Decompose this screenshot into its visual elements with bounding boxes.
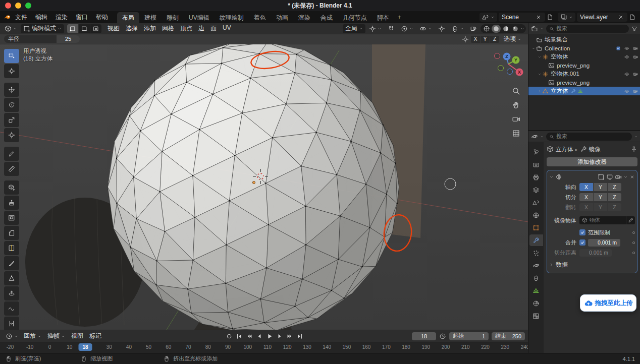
- previous-keyframe-button[interactable]: [245, 332, 254, 341]
- new-viewlayer-icon[interactable]: [629, 14, 636, 21]
- clipping-checkbox[interactable]: [579, 229, 585, 235]
- eye-toggle-icon[interactable]: [623, 46, 630, 51]
- viewport-3d[interactable]: 用户透视 (18) 立方体 Z Y X: [0, 44, 528, 330]
- chevron-down-icon[interactable]: [520, 25, 524, 32]
- collapse-icon[interactable]: [537, 55, 542, 59]
- tool-extrude-region-button[interactable]: [4, 196, 19, 210]
- outliner-row[interactable]: preview_png: [528, 61, 640, 70]
- viewlayer-name-field[interactable]: ViewLayer: [577, 13, 627, 22]
- properties-tab-scene[interactable]: [529, 197, 543, 208]
- eye-toggle-icon[interactable]: [623, 89, 630, 94]
- viewport-menu-uv[interactable]: UV: [220, 24, 234, 33]
- timeline-menu-keying[interactable]: 插帧: [44, 332, 68, 340]
- properties-tab-particles[interactable]: [529, 247, 543, 259]
- menu-help[interactable]: 帮助: [92, 11, 112, 23]
- jump-to-end-button[interactable]: [295, 332, 304, 341]
- data-section-row[interactable]: 数据: [549, 260, 635, 269]
- outliner-item-label[interactable]: preview_png: [557, 80, 590, 86]
- workspace-tab-rendering[interactable]: 渲染: [293, 12, 315, 23]
- outliner-item-label[interactable]: Collection: [545, 45, 570, 51]
- viewport-menu-vertex[interactable]: 顶点: [177, 24, 195, 33]
- outliner-row[interactable]: 场景集合: [528, 35, 640, 44]
- properties-tab-material[interactable]: [529, 297, 543, 309]
- viewport-menu-view[interactable]: 视图: [104, 24, 123, 33]
- workspace-tab-texture-paint[interactable]: 纹理绘制: [215, 12, 249, 23]
- outliner-row[interactable]: preview_png: [528, 78, 640, 87]
- properties-tab-tool[interactable]: [529, 146, 543, 158]
- camera-toggle-icon[interactable]: [632, 46, 638, 51]
- next-keyframe-button[interactable]: [285, 332, 294, 341]
- workspace-tab-sculpting[interactable]: 雕刻: [162, 12, 184, 23]
- solid-shading-button[interactable]: [492, 25, 501, 33]
- merge-threshold-field[interactable]: 0.001 m: [588, 239, 620, 247]
- next-frame-button[interactable]: [275, 332, 284, 341]
- visibility-dropdown[interactable]: [417, 24, 435, 33]
- pan-hand-icon[interactable]: [512, 101, 520, 109]
- add-workspace-button[interactable]: +: [394, 12, 405, 23]
- mode-dropdown[interactable]: 编辑模式: [21, 24, 64, 33]
- mod-flip-z-button[interactable]: Z: [608, 203, 621, 211]
- rendered-shading-button[interactable]: [511, 25, 520, 33]
- mod-flip-x-button[interactable]: X: [579, 203, 593, 211]
- scene-browse-button[interactable]: [479, 13, 497, 22]
- eyedropper-button[interactable]: [626, 216, 635, 224]
- zoom-icon[interactable]: [512, 87, 520, 95]
- previous-frame-button[interactable]: [255, 332, 264, 341]
- filter-icon[interactable]: [631, 25, 638, 32]
- viewlayer-unlink-icon[interactable]: [617, 14, 624, 21]
- delete-modifier-icon[interactable]: [629, 173, 635, 180]
- properties-tab-object-data[interactable]: [529, 285, 543, 296]
- gizmo-neg-y-ball[interactable]: [498, 66, 504, 71]
- chevron-down-icon[interactable]: [634, 133, 638, 140]
- outliner-row[interactable]: Collection: [528, 44, 640, 52]
- tool-spin-button[interactable]: [4, 286, 19, 300]
- properties-tab-object[interactable]: [529, 222, 543, 233]
- outliner-item-label[interactable]: preview_png: [557, 63, 590, 69]
- pin-icon[interactable]: [630, 146, 637, 153]
- editor-type-button[interactable]: [2, 24, 20, 33]
- edit-mesh-sphere[interactable]: [108, 44, 399, 330]
- timeline-playhead[interactable]: 18: [79, 343, 92, 351]
- mod-flip-y-button[interactable]: Y: [594, 203, 607, 211]
- chevron-down-icon[interactable]: [540, 25, 544, 32]
- mod-axis-x-button[interactable]: X: [579, 183, 593, 191]
- outliner-item-label[interactable]: 空物体: [551, 53, 568, 60]
- tool-measure-button[interactable]: [4, 162, 19, 176]
- pivot-point-dropdown[interactable]: [366, 24, 384, 33]
- outliner-row[interactable]: 空物体: [528, 52, 640, 61]
- animate-dot[interactable]: [632, 252, 635, 254]
- workspace-tab-layout[interactable]: 布局: [117, 12, 139, 23]
- timeline-editor-type-button[interactable]: [3, 332, 21, 341]
- mod-axis-y-button[interactable]: Y: [594, 183, 607, 191]
- menu-window[interactable]: 窗口: [72, 11, 92, 23]
- timeline-menu-marker[interactable]: 标记: [86, 332, 104, 340]
- edge-select-mode-button[interactable]: [79, 24, 90, 33]
- animate-dot[interactable]: [632, 231, 635, 234]
- viewport-menu-face[interactable]: 面: [207, 24, 220, 33]
- outliner-item-label[interactable]: 场景集合: [545, 36, 568, 43]
- camera-view-icon[interactable]: [512, 115, 520, 124]
- properties-tab-texture[interactable]: [529, 310, 543, 322]
- outliner-item-label[interactable]: 空物体.001: [551, 70, 579, 78]
- zoom-window-button[interactable]: [25, 3, 31, 9]
- bisect-distance-field[interactable]: 0.001 m: [579, 249, 612, 257]
- workspace-tab-modeling[interactable]: 建模: [139, 12, 162, 23]
- tool-loop-cut-button[interactable]: [4, 241, 19, 255]
- viewlayer-browse-button[interactable]: [558, 13, 575, 22]
- realtime-display-icon[interactable]: [606, 173, 613, 180]
- properties-search-input[interactable]: 搜索: [546, 133, 632, 141]
- merge-checkbox[interactable]: [579, 239, 585, 246]
- frame-start-field[interactable]: 起始1: [449, 332, 489, 340]
- gizmo-neg-x-ball[interactable]: [495, 53, 500, 59]
- axis-x-button[interactable]: X: [471, 36, 480, 43]
- modifier-extras-icon[interactable]: [623, 173, 628, 180]
- properties-tab-render[interactable]: [529, 159, 543, 170]
- camera-toggle-icon[interactable]: [632, 54, 638, 59]
- viewport-canvas[interactable]: [0, 44, 528, 330]
- scene-name-field[interactable]: Scene: [499, 13, 545, 22]
- outliner-editor-icon[interactable]: [531, 25, 538, 32]
- timeline-ruler[interactable]: -20-100103040506070809010011012013014015…: [0, 342, 528, 353]
- properties-tab-modifiers[interactable]: [529, 234, 543, 246]
- mirror-object-field[interactable]: 物体: [579, 216, 626, 224]
- workspace-tab-geometry-nodes[interactable]: 几何节点: [338, 12, 372, 23]
